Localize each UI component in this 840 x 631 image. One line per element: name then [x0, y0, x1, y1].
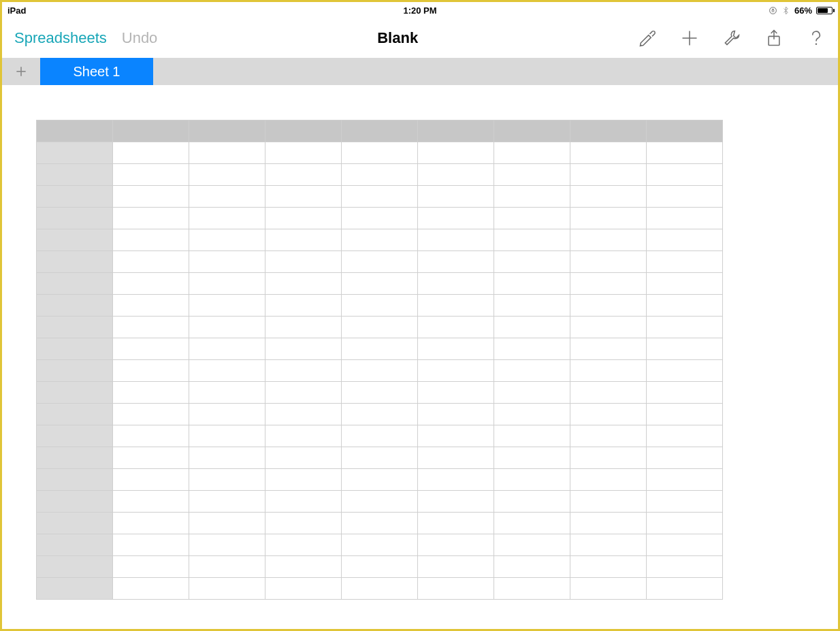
- row-header[interactable]: [37, 556, 113, 578]
- row-header[interactable]: [37, 534, 113, 556]
- format-brush-icon[interactable]: [638, 29, 657, 48]
- cell[interactable]: [418, 251, 494, 273]
- cell[interactable]: [494, 425, 570, 447]
- cell[interactable]: [494, 404, 570, 425]
- cell[interactable]: [494, 208, 570, 229]
- column-header[interactable]: [418, 120, 494, 142]
- cell[interactable]: [265, 229, 342, 251]
- cell[interactable]: [342, 186, 418, 208]
- cell[interactable]: [265, 338, 342, 360]
- cell[interactable]: [647, 338, 723, 360]
- cell[interactable]: [647, 317, 723, 338]
- row-header[interactable]: [37, 469, 113, 491]
- row-header[interactable]: [37, 164, 113, 186]
- column-header[interactable]: [342, 120, 418, 142]
- cell[interactable]: [418, 513, 494, 534]
- sheet-tab-1[interactable]: Sheet 1: [40, 58, 153, 85]
- cell[interactable]: [113, 534, 189, 556]
- row-header[interactable]: [37, 229, 113, 251]
- cell[interactable]: [342, 273, 418, 295]
- cell[interactable]: [113, 317, 189, 338]
- cell[interactable]: [418, 447, 494, 469]
- cell[interactable]: [189, 295, 265, 317]
- column-header[interactable]: [189, 120, 265, 142]
- cell[interactable]: [418, 273, 494, 295]
- grid-corner-cell[interactable]: [37, 120, 113, 142]
- cell[interactable]: [113, 556, 189, 578]
- cell[interactable]: [113, 447, 189, 469]
- column-header[interactable]: [647, 120, 723, 142]
- cell[interactable]: [570, 578, 647, 600]
- cell[interactable]: [494, 317, 570, 338]
- cell[interactable]: [647, 404, 723, 425]
- cell[interactable]: [647, 186, 723, 208]
- cell[interactable]: [570, 513, 647, 534]
- cell[interactable]: [342, 317, 418, 338]
- cell[interactable]: [113, 404, 189, 425]
- cell[interactable]: [494, 295, 570, 317]
- cell[interactable]: [570, 164, 647, 186]
- cell[interactable]: [113, 469, 189, 491]
- cell[interactable]: [265, 164, 342, 186]
- cell[interactable]: [265, 208, 342, 229]
- row-header[interactable]: [37, 273, 113, 295]
- cell[interactable]: [570, 229, 647, 251]
- cell[interactable]: [342, 404, 418, 425]
- cell[interactable]: [570, 208, 647, 229]
- cell[interactable]: [342, 382, 418, 404]
- cell[interactable]: [265, 556, 342, 578]
- cell[interactable]: [418, 578, 494, 600]
- cell[interactable]: [189, 578, 265, 600]
- cell[interactable]: [494, 360, 570, 382]
- cell[interactable]: [113, 295, 189, 317]
- cell[interactable]: [342, 229, 418, 251]
- cell[interactable]: [647, 578, 723, 600]
- cell[interactable]: [647, 360, 723, 382]
- cell[interactable]: [265, 382, 342, 404]
- insert-plus-icon[interactable]: [680, 29, 699, 48]
- cell[interactable]: [570, 338, 647, 360]
- spreadsheet-grid[interactable]: [36, 120, 723, 600]
- cell[interactable]: [342, 469, 418, 491]
- cell[interactable]: [570, 273, 647, 295]
- cell[interactable]: [570, 425, 647, 447]
- cell[interactable]: [265, 534, 342, 556]
- cell[interactable]: [265, 186, 342, 208]
- back-to-documents-button[interactable]: Spreadsheets: [14, 29, 107, 47]
- cell[interactable]: [189, 273, 265, 295]
- cell[interactable]: [494, 491, 570, 513]
- cell[interactable]: [647, 534, 723, 556]
- cell[interactable]: [647, 164, 723, 186]
- cell[interactable]: [189, 556, 265, 578]
- cell[interactable]: [647, 382, 723, 404]
- undo-button[interactable]: Undo: [122, 29, 158, 47]
- column-header[interactable]: [265, 120, 342, 142]
- row-header[interactable]: [37, 447, 113, 469]
- row-header[interactable]: [37, 425, 113, 447]
- cell[interactable]: [113, 425, 189, 447]
- cell[interactable]: [570, 317, 647, 338]
- row-header[interactable]: [37, 578, 113, 600]
- cell[interactable]: [418, 208, 494, 229]
- row-header[interactable]: [37, 295, 113, 317]
- cell[interactable]: [570, 447, 647, 469]
- cell[interactable]: [265, 469, 342, 491]
- cell[interactable]: [494, 338, 570, 360]
- cell[interactable]: [265, 360, 342, 382]
- cell[interactable]: [418, 491, 494, 513]
- cell[interactable]: [494, 164, 570, 186]
- column-header[interactable]: [570, 120, 647, 142]
- cell[interactable]: [570, 360, 647, 382]
- cell[interactable]: [418, 556, 494, 578]
- cell[interactable]: [189, 447, 265, 469]
- cell[interactable]: [647, 556, 723, 578]
- cell[interactable]: [113, 338, 189, 360]
- cell[interactable]: [342, 142, 418, 164]
- cell[interactable]: [189, 469, 265, 491]
- tools-wrench-icon[interactable]: [722, 29, 741, 48]
- row-header[interactable]: [37, 360, 113, 382]
- cell[interactable]: [342, 208, 418, 229]
- cell[interactable]: [418, 425, 494, 447]
- cell[interactable]: [113, 578, 189, 600]
- cell[interactable]: [265, 295, 342, 317]
